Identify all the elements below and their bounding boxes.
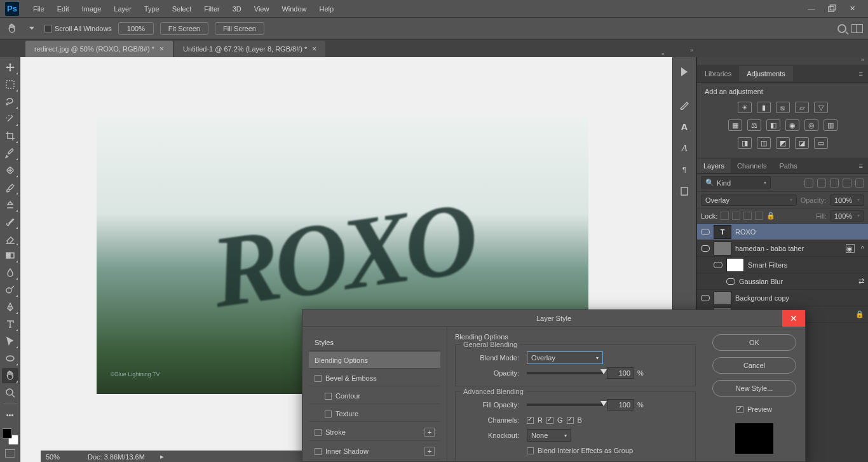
visibility-icon[interactable] [701, 228, 710, 236]
panel-menu-icon[interactable]: ≡ [854, 162, 868, 170]
levels-icon[interactable]: ▮ [757, 102, 771, 113]
lookup-icon[interactable]: ▥ [824, 119, 837, 131]
exposure-icon[interactable]: ▱ [795, 102, 809, 113]
vibrance-icon[interactable]: ▽ [814, 102, 828, 113]
menu-view[interactable]: View [248, 3, 276, 15]
stroke-item[interactable]: Stroke+ [309, 423, 440, 441]
color-swatches[interactable] [2, 428, 18, 445]
menu-image[interactable]: Image [76, 3, 108, 15]
dodge-tool[interactable] [2, 282, 18, 297]
channel-r-check[interactable] [527, 417, 534, 424]
brightness-icon[interactable]: ☀ [738, 102, 752, 113]
posterize-icon[interactable]: ◫ [757, 137, 771, 149]
status-doc-size[interactable]: Doc: 3.86M/13.6M [88, 453, 145, 461]
path-select-tool[interactable] [2, 334, 18, 349]
channel-g-check[interactable] [546, 417, 553, 424]
tool-preset-dropdown[interactable] [29, 27, 34, 30]
brush-tool[interactable] [2, 180, 18, 195]
paragraph-panel-icon[interactable]: ¶ [675, 160, 693, 179]
knockout-select[interactable]: None▾ [527, 429, 571, 442]
quick-mask-toggle[interactable] [2, 449, 18, 462]
visibility-icon[interactable] [714, 261, 722, 269]
blur-tool[interactable] [2, 265, 18, 280]
menu-window[interactable]: Window [275, 3, 313, 15]
close-icon[interactable]: × [312, 44, 316, 53]
tab-paths[interactable]: Paths [773, 159, 804, 173]
window-minimize[interactable]: — [807, 4, 816, 13]
note-panel-icon[interactable] [675, 182, 693, 201]
fit-screen-button[interactable]: Fit Screen [160, 22, 208, 35]
visibility-icon[interactable] [726, 277, 735, 286]
dialog-close-button[interactable]: ✕ [782, 310, 805, 327]
blend-mode-select[interactable]: Overlay▾ [527, 351, 603, 364]
lock-all-icon[interactable]: 🔒 [766, 212, 775, 220]
add-icon[interactable]: + [424, 447, 435, 456]
eyedropper-tool[interactable] [2, 146, 18, 161]
lasso-tool[interactable] [2, 94, 18, 109]
opacity-slider[interactable] [527, 372, 603, 374]
curves-icon[interactable]: ⧅ [776, 102, 790, 113]
opacity-input[interactable]: 100 [607, 367, 634, 379]
document-tab-1[interactable]: redirect.jpg @ 50% (ROXO, RGB/8#) * × [25, 41, 173, 57]
close-icon[interactable]: × [159, 44, 164, 53]
lock-paint-icon[interactable] [732, 212, 740, 220]
fill-opacity-input[interactable]: 100 [607, 399, 634, 411]
layer-row[interactable]: Gaussian Blur ⇄ [697, 273, 868, 290]
lock-artboard-icon[interactable] [755, 212, 763, 220]
new-style-button[interactable]: New Style... [712, 380, 796, 397]
type-tool[interactable] [2, 316, 18, 332]
menu-help[interactable]: Help [313, 3, 341, 15]
styles-header[interactable]: Styles [309, 334, 440, 351]
filter-shape-icon[interactable] [843, 179, 851, 187]
visibility-icon[interactable] [701, 244, 710, 253]
crop-tool[interactable] [2, 128, 18, 144]
shape-tool[interactable] [2, 351, 18, 366]
add-icon[interactable]: + [424, 428, 435, 437]
fill-screen-button[interactable]: Fill Screen [215, 22, 264, 35]
zoom-field[interactable]: 100% [118, 22, 154, 35]
menu-layer[interactable]: Layer [107, 3, 138, 15]
edit-toolbar[interactable]: ••• [2, 407, 18, 423]
layer-row[interactable]: Smart Filters [697, 257, 868, 273]
history-brush-tool[interactable] [2, 214, 18, 229]
tab-layers[interactable]: Layers [697, 159, 731, 173]
tab-adjustments[interactable]: Adjustments [739, 66, 793, 81]
document-tab-2[interactable]: Untitled-1 @ 67.2% (Layer 8, RGB/8#) * × [174, 41, 325, 57]
ok-button[interactable]: OK [712, 334, 796, 351]
status-arrow-icon[interactable]: ▸ [160, 452, 164, 461]
bevel-item[interactable]: Bevel & Emboss [309, 370, 440, 386]
magic-wand-tool[interactable] [2, 111, 18, 126]
layer-row[interactable]: T ROXO [697, 224, 868, 240]
actions-panel-icon[interactable] [675, 62, 693, 81]
arrange-docs-icon[interactable] [851, 24, 863, 33]
cancel-button[interactable]: Cancel [712, 357, 796, 374]
menu-file[interactable]: File [27, 3, 51, 15]
blend-mode-select[interactable]: Overlay▾ [701, 194, 797, 206]
layer-row[interactable]: Background copy [697, 290, 868, 306]
filter-smart-icon[interactable] [855, 179, 864, 187]
window-maximize[interactable] [827, 4, 836, 13]
lock-position-icon[interactable] [743, 212, 752, 220]
eraser-tool[interactable] [2, 231, 18, 247]
hand-tool[interactable] [2, 368, 18, 383]
layer-row[interactable]: hamedan - baba taher ◉ ^ [697, 240, 868, 257]
glyphs-panel-icon[interactable]: A [675, 139, 693, 158]
scroll-all-windows-check[interactable]: Scroll All Windows [44, 25, 112, 32]
channel-mix-icon[interactable]: ◎ [804, 119, 818, 131]
fill-opacity-slider[interactable] [527, 404, 603, 406]
character-panel-icon[interactable]: A [675, 117, 693, 136]
fill-field[interactable]: 100%▾ [830, 210, 864, 222]
texture-item[interactable]: Texture [309, 405, 440, 422]
expand-icon[interactable]: ^ [861, 245, 864, 252]
panel-menu-icon[interactable]: ≡ [854, 70, 868, 78]
inner-shadow-item[interactable]: Inner Shadow+ [309, 442, 440, 460]
filter-options-icon[interactable]: ⇄ [858, 277, 864, 285]
filter-kind-select[interactable]: 🔍 Kind▾ [701, 176, 771, 189]
photo-filter-icon[interactable]: ◉ [785, 119, 799, 131]
status-zoom[interactable]: 50% [46, 453, 72, 461]
selcolor-icon[interactable]: ◪ [795, 137, 809, 149]
menu-select[interactable]: Select [166, 3, 198, 15]
pen-tool[interactable] [2, 299, 18, 315]
tab-channels[interactable]: Channels [731, 159, 773, 173]
healing-brush-tool[interactable] [2, 163, 18, 178]
